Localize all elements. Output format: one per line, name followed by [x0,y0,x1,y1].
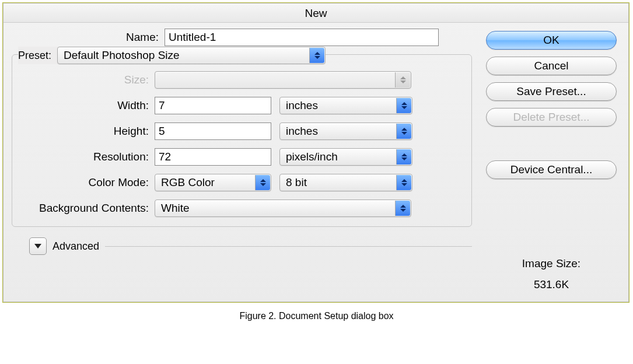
bgcontents-label: Background Contents: [20,202,155,215]
stepper-icon [395,72,410,88]
bgcontents-select[interactable]: White [155,200,411,217]
ok-button[interactable]: OK [486,31,617,50]
stepper-icon [255,175,270,190]
size-select [155,71,411,89]
image-size-label: Image Size: [522,257,580,270]
size-label: Size: [20,74,155,86]
colordepth-select[interactable]: 8 bit [279,174,412,191]
preset-fieldset: Preset: Default Photoshop Size Size: [12,54,472,227]
stepper-icon [396,149,411,164]
width-input[interactable] [155,97,271,114]
resolution-label: Resolution: [20,150,155,163]
save-preset-button[interactable]: Save Preset... [486,82,617,101]
resolution-input[interactable] [155,148,271,166]
stepper-icon [396,124,411,139]
height-unit-value: inches [286,125,318,138]
name-input[interactable] [165,29,439,46]
image-size-value: 531.6K [522,278,580,291]
delete-preset-button: Delete Preset... [486,108,617,127]
stepper-icon [396,175,411,190]
figure-caption: Figure 2. Document Setup dialog box [2,303,631,324]
width-label: Width: [20,99,155,112]
height-label: Height: [20,125,155,138]
colormode-value: RGB Color [161,176,215,189]
width-unit-select[interactable]: inches [279,97,412,114]
dialog-title: New [4,4,628,23]
resolution-unit-value: pixels/inch [286,150,338,163]
stepper-icon [309,48,324,63]
advanced-disclosure-button[interactable] [29,237,47,255]
preset-label: Preset: [18,50,51,62]
height-input[interactable] [155,123,271,140]
triangle-down-icon [34,244,41,249]
colormode-label: Color Mode: [20,176,155,189]
advanced-label: Advanced [53,240,99,253]
name-label: Name: [12,31,165,44]
cancel-button[interactable]: Cancel [486,57,617,75]
bgcontents-value: White [161,202,190,215]
stepper-icon [395,201,410,216]
colormode-select[interactable]: RGB Color [155,174,271,191]
new-document-dialog: New Name: Preset: Default Photoshop Size [3,3,629,302]
divider [105,246,472,247]
stepper-icon [396,98,411,113]
resolution-unit-select[interactable]: pixels/inch [279,148,412,166]
height-unit-select[interactable]: inches [279,123,412,140]
colordepth-value: 8 bit [286,176,307,189]
width-unit-value: inches [286,99,318,112]
figure-frame: New Name: Preset: Default Photoshop Size [2,2,629,303]
preset-select[interactable]: Default Photoshop Size [57,47,326,64]
preset-value: Default Photoshop Size [64,49,180,62]
device-central-button[interactable]: Device Central... [486,160,617,179]
